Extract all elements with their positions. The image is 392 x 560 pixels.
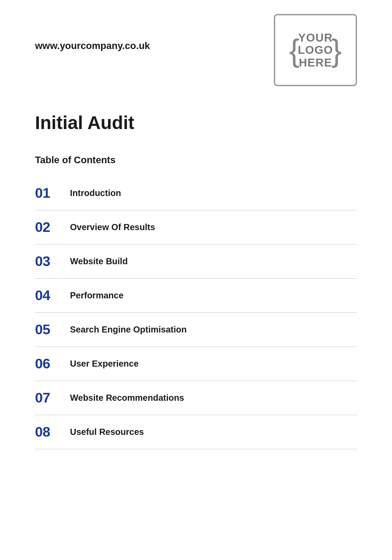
toc-item-label: Overview Of Results bbox=[70, 222, 155, 232]
logo-placeholder: { YOUR LOGO HERE } bbox=[274, 14, 357, 86]
toc-item[interactable]: 03Website Build bbox=[35, 245, 357, 279]
page-title: Initial Audit bbox=[35, 112, 357, 133]
toc-item[interactable]: 04Performance bbox=[35, 279, 357, 313]
toc-item-number: 01 bbox=[35, 185, 70, 201]
toc-list: 01Introduction02Overview Of Results03Web… bbox=[35, 176, 357, 449]
toc-item-label: Website Recommendations bbox=[70, 393, 184, 403]
toc-item-number: 04 bbox=[35, 287, 70, 304]
toc-item[interactable]: 01Introduction bbox=[35, 176, 357, 210]
toc-item-number: 06 bbox=[35, 356, 70, 372]
logo-text: YOUR LOGO HERE bbox=[298, 32, 333, 69]
toc-item[interactable]: 06User Experience bbox=[35, 347, 357, 381]
page-header: www.yourcompany.co.uk { YOUR LOGO HERE } bbox=[0, 0, 392, 86]
toc-item-number: 02 bbox=[35, 219, 70, 235]
toc-item[interactable]: 08Useful Resources bbox=[35, 415, 357, 449]
toc-item-label: Useful Resources bbox=[70, 427, 144, 437]
toc-item[interactable]: 05Search Engine Optimisation bbox=[35, 313, 357, 347]
toc-item[interactable]: 02Overview Of Results bbox=[35, 210, 357, 245]
toc-item-label: Introduction bbox=[70, 188, 121, 198]
toc-item-label: Search Engine Optimisation bbox=[70, 325, 187, 335]
main-content: Initial Audit Table of Contents 01Introd… bbox=[0, 86, 392, 476]
toc-item-label: Performance bbox=[70, 290, 123, 301]
toc-item-number: 08 bbox=[35, 424, 70, 440]
toc-item-label: User Experience bbox=[70, 359, 139, 369]
website-url: www.yourcompany.co.uk bbox=[35, 40, 150, 52]
toc-item-number: 07 bbox=[35, 390, 70, 406]
toc-item-number: 03 bbox=[35, 253, 70, 270]
toc-item-number: 05 bbox=[35, 322, 70, 338]
logo-brace-right-icon: } bbox=[331, 35, 342, 66]
toc-item[interactable]: 07Website Recommendations bbox=[35, 381, 357, 415]
toc-item-label: Website Build bbox=[70, 256, 128, 266]
toc-heading: Table of Contents bbox=[35, 154, 357, 166]
